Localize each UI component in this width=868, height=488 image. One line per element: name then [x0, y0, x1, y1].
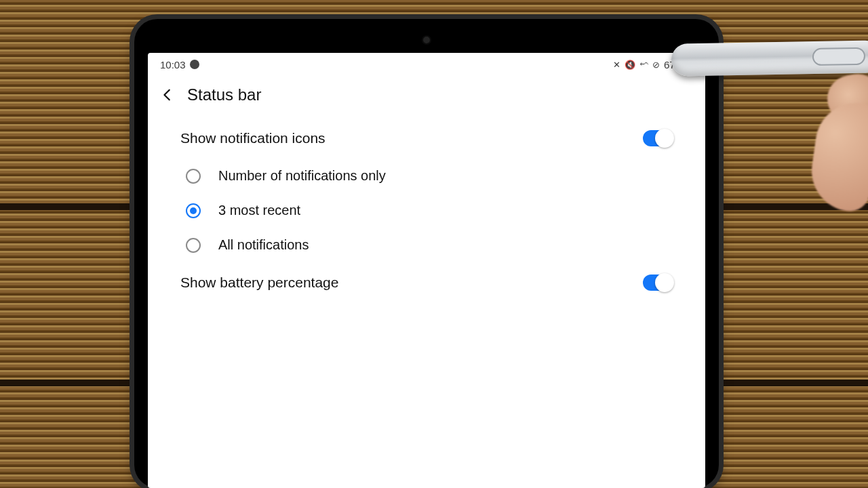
- radio-option-number-only[interactable]: Number of notifications only: [167, 159, 686, 193]
- mute-icon: 🔇: [625, 60, 635, 70]
- radio-option-3-most-recent[interactable]: 3 most recent: [167, 193, 686, 228]
- toggle-show-battery-percentage[interactable]: [643, 274, 673, 291]
- notification-dot-icon: [190, 60, 199, 69]
- wifi-icon: ⬿: [639, 60, 648, 70]
- tablet-camera: [422, 35, 431, 45]
- radio-icon: [186, 169, 201, 184]
- signal-off-icon: ✕: [613, 60, 620, 70]
- setting-label: Show notification icons: [180, 130, 326, 146]
- setting-label: Show battery percentage: [180, 274, 338, 291]
- radio-icon: [186, 238, 201, 253]
- toggle-show-notification-icons[interactable]: [643, 130, 673, 146]
- radio-option-all-notifications[interactable]: All notifications: [167, 228, 686, 262]
- stylus-pen: [671, 40, 868, 76]
- radio-label: All notifications: [218, 237, 309, 253]
- title-bar: Status bar: [148, 76, 705, 118]
- stylus-button: [812, 47, 865, 66]
- screen: 10:03 ✕ 🔇 ⬿ ⊘ 67% ▮ Status bar Show noti…: [148, 53, 705, 488]
- tablet-frame: 10:03 ✕ 🔇 ⬿ ⊘ 67% ▮ Status bar Show noti…: [134, 19, 719, 488]
- setting-show-notification-icons[interactable]: Show notification icons: [167, 118, 686, 159]
- page-title: Status bar: [187, 85, 261, 104]
- back-icon[interactable]: [160, 87, 175, 102]
- radio-icon: [186, 203, 201, 218]
- radio-label: 3 most recent: [218, 203, 300, 218]
- status-time: 10:03: [160, 59, 186, 70]
- radio-label: Number of notifications only: [218, 168, 386, 184]
- system-status-bar: 10:03 ✕ 🔇 ⬿ ⊘ 67% ▮: [148, 53, 705, 76]
- toggle-knob: [655, 129, 674, 148]
- setting-show-battery-percentage[interactable]: Show battery percentage: [167, 262, 686, 303]
- settings-panel: Show notification icons Number of notifi…: [167, 118, 686, 303]
- do-not-disturb-icon: ⊘: [652, 60, 660, 70]
- toggle-knob: [655, 273, 674, 292]
